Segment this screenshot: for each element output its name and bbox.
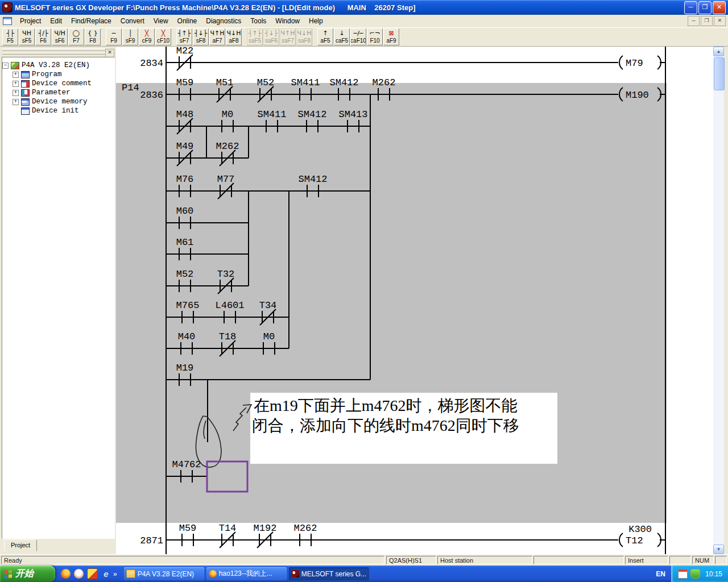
update-shield-icon[interactable] bbox=[690, 569, 700, 579]
falling-pulse-closed-contact-button: ┤↓├saF6 bbox=[263, 28, 279, 45]
vertical-scrollbar[interactable]: ▲ ▼ bbox=[713, 47, 724, 554]
contact-label: M51 bbox=[216, 77, 234, 88]
tree-item-p4a-v3-28-e2-en[interactable]: −P4A V3.28 E2(EN) bbox=[2, 61, 114, 70]
ladder-coil-T12[interactable]: T12K300 bbox=[619, 524, 665, 547]
expand-icon[interactable]: + bbox=[13, 90, 19, 96]
contact-label: M48 bbox=[176, 109, 194, 120]
tree-item-device-memory[interactable]: +Device memory bbox=[2, 97, 114, 106]
scroll-thumb[interactable] bbox=[714, 57, 725, 90]
rising-pulse-contact-button[interactable]: ┤↑├sF7 bbox=[176, 28, 192, 45]
ladder-contact-T14[interactable]: T14 bbox=[219, 523, 237, 548]
tab-project[interactable]: Project bbox=[4, 539, 37, 551]
scroll-down-button[interactable]: ▼ bbox=[713, 544, 724, 554]
delete-vertical-line-button[interactable]: ╳cF10 bbox=[155, 28, 171, 45]
coil-button[interactable]: ◯F7 bbox=[68, 28, 84, 45]
collapse-icon[interactable]: − bbox=[2, 63, 9, 69]
toolbar-key-label: sF8 bbox=[196, 38, 206, 44]
panel-grab-handle[interactable] bbox=[2, 48, 105, 51]
delete-horizontal-line-button[interactable]: ╳cF9 bbox=[139, 28, 155, 45]
panel-header: ✕ bbox=[1, 48, 115, 57]
expand-icon[interactable]: + bbox=[13, 99, 19, 105]
child-minimize-button[interactable]: ─ bbox=[688, 16, 700, 26]
firefox-icon bbox=[209, 570, 217, 577]
desktop: { "colors":{"selection_gray":"#c0c0c0","… bbox=[0, 0, 728, 582]
delete-vertical-line-icon: ╳ bbox=[162, 30, 166, 38]
invert-operation-result-button[interactable]: ─/─caF10 bbox=[350, 28, 366, 45]
parallel-closed-contact-button[interactable]: Ч/НsF6 bbox=[52, 28, 68, 45]
falling-pulse-instruction-button[interactable]: ↓caF5 bbox=[334, 28, 350, 45]
ladder-contact-M262[interactable]: M262 bbox=[294, 523, 317, 546]
ladder-contact-M59[interactable]: M59 bbox=[179, 523, 197, 546]
rising-pulse-instruction-button[interactable]: ↑aF5 bbox=[317, 28, 333, 45]
tree-item-device-comment[interactable]: +Device comment bbox=[2, 79, 114, 88]
parallel-open-contact-button[interactable]: ЧНsF5 bbox=[19, 28, 35, 45]
calendar-tray-icon[interactable] bbox=[678, 569, 688, 579]
taskbar-task-melsoft-series-g[interactable]: MELSOFT series G... bbox=[289, 567, 369, 580]
menu-edit[interactable]: Edit bbox=[46, 15, 67, 27]
project-tree: −P4A V3.28 E2(EN)+Program+Device comment… bbox=[2, 57, 115, 539]
menu-find-replace[interactable]: Find/Replace bbox=[67, 15, 116, 27]
minimize-button[interactable]: ─ bbox=[684, 1, 697, 14]
restore-button[interactable]: ❐ bbox=[698, 1, 712, 14]
menu-view[interactable]: View bbox=[149, 15, 173, 27]
ladder-contact-M192[interactable]: M192 bbox=[254, 523, 277, 548]
toolbar-key-label: F10 bbox=[370, 38, 379, 44]
horizontal-line-branch-icon: ⌐¬ bbox=[370, 30, 380, 38]
menu-tools[interactable]: Tools bbox=[246, 15, 271, 27]
quicklaunch-overflow-chevron[interactable]: » bbox=[113, 570, 117, 578]
child-close-button[interactable]: ✕ bbox=[714, 16, 726, 26]
close-button[interactable]: ✕ bbox=[713, 1, 726, 14]
project-icon bbox=[11, 62, 19, 69]
parallel-falling-pulse-contact-button[interactable]: Ч↓НaF8 bbox=[226, 28, 242, 45]
contact-label: M59 bbox=[179, 523, 197, 534]
menu-diagnostics[interactable]: Diagnostics bbox=[201, 15, 246, 27]
expand-icon[interactable]: + bbox=[13, 72, 19, 78]
tree-item-program[interactable]: +Program bbox=[2, 70, 114, 79]
horizontal-line-button[interactable]: ─F9 bbox=[106, 28, 122, 45]
quicklaunch-messenger-icon[interactable] bbox=[74, 569, 84, 579]
contact-label: SM412 bbox=[297, 109, 326, 120]
parallel-rising-pulse-closed-contact-icon: Ч↑Н bbox=[280, 30, 295, 38]
contact-label: SM411 bbox=[257, 109, 286, 120]
child-window-icon bbox=[3, 17, 12, 25]
falling-pulse-contact-button[interactable]: ┤↓├sF8 bbox=[193, 28, 209, 45]
ladder-editor[interactable]: M22M59M51M52SM411SM412M262M48M0SM411SM41… bbox=[116, 47, 713, 554]
taskbar-clock[interactable]: 10:15 bbox=[705, 570, 722, 578]
tree-item-parameter[interactable]: +Parameter bbox=[2, 88, 114, 97]
quicklaunch-viewer-icon[interactable] bbox=[87, 568, 98, 579]
application-instruction-button[interactable]: { }F8 bbox=[85, 28, 101, 45]
panel-grab-handle[interactable] bbox=[2, 52, 105, 55]
menu-help[interactable]: Help bbox=[304, 15, 328, 27]
panel-close-icon[interactable]: ✕ bbox=[105, 49, 114, 57]
ladder-edit-area[interactable]: M22M59M51M52SM411SM412M262M48M0SM411SM41… bbox=[116, 47, 713, 554]
quicklaunch-firefox-icon[interactable] bbox=[61, 569, 71, 579]
horizontal-line-branch-button[interactable]: ⌐¬F10 bbox=[367, 28, 383, 45]
scroll-up-button[interactable]: ▲ bbox=[713, 47, 724, 56]
menu-project[interactable]: Project bbox=[15, 15, 46, 27]
tree-item-device-init[interactable]: Device init bbox=[2, 106, 114, 115]
contact-label: M76 bbox=[176, 174, 194, 185]
contact-label: M59 bbox=[176, 77, 194, 88]
taskbar-task-hao123[interactable]: hao123--我的上... bbox=[206, 567, 287, 580]
language-indicator[interactable]: EN bbox=[650, 570, 671, 578]
menu-convert[interactable]: Convert bbox=[116, 15, 149, 27]
program-icon bbox=[21, 71, 30, 78]
ladder-contact-M22[interactable]: M22 bbox=[176, 47, 194, 70]
open-contact-button[interactable]: ┤├F5 bbox=[2, 28, 18, 45]
vertical-line-button[interactable]: │sF9 bbox=[122, 28, 138, 45]
expand-icon[interactable]: + bbox=[13, 81, 19, 87]
window-controls: ─ ❐ ✕ bbox=[684, 1, 728, 14]
menu-online[interactable]: Online bbox=[173, 15, 202, 27]
taskbar-task-p4a-v3-28-e2-en[interactable]: P4A V3.28 E2(EN) bbox=[124, 567, 204, 580]
delete-rung-button[interactable]: ⊠aF9 bbox=[383, 28, 399, 45]
ladder-coil-M79[interactable]: M79 bbox=[619, 56, 665, 69]
parallel-rising-pulse-contact-button[interactable]: Ч↑НaF7 bbox=[209, 28, 225, 45]
start-button[interactable]: 开始 bbox=[0, 566, 55, 582]
rung-step-number: 2871 bbox=[140, 535, 163, 546]
closed-contact-button[interactable]: ┤/├F6 bbox=[35, 28, 51, 45]
rising-pulse-closed-contact-icon: ┤↑├ bbox=[249, 30, 261, 38]
quicklaunch-ie-icon[interactable]: e bbox=[101, 569, 111, 579]
menu-window[interactable]: Window bbox=[271, 15, 304, 27]
tree-item-label: P4A V3.28 E2(EN) bbox=[22, 61, 90, 69]
child-restore-button[interactable]: ❐ bbox=[701, 16, 713, 26]
